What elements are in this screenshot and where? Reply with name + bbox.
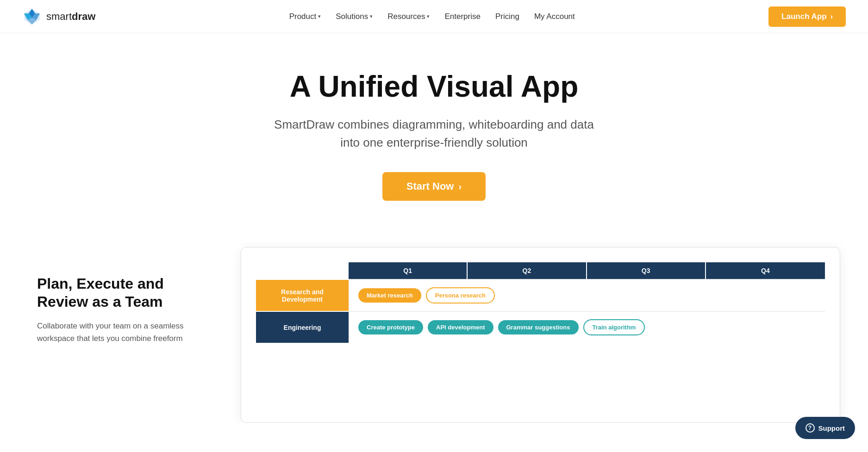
hero-section: A Unified Visual App SmartDraw combines … <box>0 33 868 229</box>
start-now-button[interactable]: Start Now › <box>382 172 486 201</box>
tag-train-algorithm: Train algorithm <box>583 319 645 335</box>
diagram-body: Research and Development Market research… <box>256 279 825 343</box>
hero-subheading: SmartDraw combines diagramming, whiteboa… <box>272 116 596 152</box>
hero-heading: A Unified Visual App <box>9 70 859 103</box>
nav-item-resources[interactable]: Resources ▾ <box>387 12 430 21</box>
q2-header: Q2 <box>468 262 587 279</box>
left-panel: Plan, Execute and Review as a Team Colla… <box>37 247 213 345</box>
diagram-header: Q1 Q2 Q3 Q4 <box>256 262 825 279</box>
diagram-empty-cell <box>256 262 349 279</box>
chevron-down-icon: ▾ <box>427 13 430 19</box>
support-button[interactable]: ? Support <box>795 417 856 423</box>
nav-item-product[interactable]: Product ▾ <box>289 12 321 21</box>
row-label-engineering: Engineering <box>256 311 349 343</box>
row-content-engineering: Create prototype API development Grammar… <box>349 311 825 343</box>
q1-header: Q1 <box>349 262 468 279</box>
row-label-rd: Research and Development <box>256 279 349 311</box>
tag-persona-research: Persona research <box>426 287 495 303</box>
logo-icon <box>22 7 42 26</box>
q3-header: Q3 <box>587 262 706 279</box>
nav-item-pricing[interactable]: Pricing <box>495 12 519 21</box>
navbar: smartdraw Product ▾ Solutions ▾ Resource… <box>0 0 868 33</box>
left-panel-body: Collaborate with your team on a seamless… <box>37 320 213 345</box>
launch-app-button[interactable]: Launch App › <box>768 6 846 27</box>
nav-item-myaccount[interactable]: My Account <box>534 12 575 21</box>
tag-create-prototype: Create prototype <box>358 320 423 334</box>
row-content-rd: Market research Persona research <box>349 279 825 311</box>
bottom-section: Plan, Execute and Review as a Team Colla… <box>0 247 868 423</box>
chevron-down-icon: ▾ <box>370 13 373 19</box>
tag-market-research: Market research <box>358 288 421 303</box>
q4-header: Q4 <box>706 262 825 279</box>
arrow-right-icon: › <box>459 181 462 192</box>
diagram-card: Q1 Q2 Q3 Q4 Research and Development Mar… <box>241 247 840 423</box>
logo-text: smartdraw <box>46 11 95 23</box>
chevron-down-icon: ▾ <box>318 13 321 19</box>
logo[interactable]: smartdraw <box>22 7 95 26</box>
tag-api-development: API development <box>428 320 493 334</box>
nav-item-enterprise[interactable]: Enterprise <box>444 12 480 21</box>
nav-item-solutions[interactable]: Solutions ▾ <box>336 12 373 21</box>
tag-grammar-suggestions: Grammar suggestions <box>498 320 579 334</box>
nav-links: Product ▾ Solutions ▾ Resources ▾ Enterp… <box>289 12 575 21</box>
left-panel-heading: Plan, Execute and Review as a Team <box>37 275 213 310</box>
arrow-right-icon: › <box>831 12 833 21</box>
